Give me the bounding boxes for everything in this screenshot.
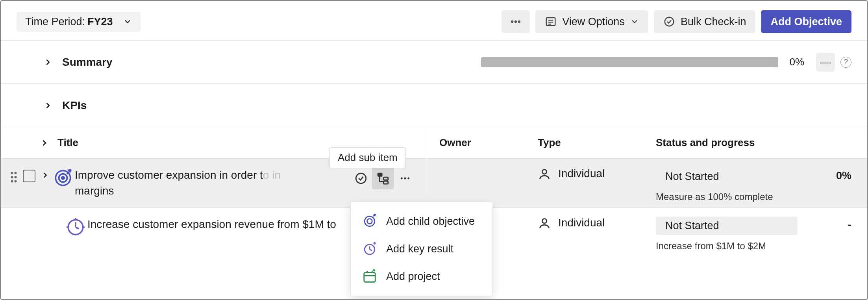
status-badge[interactable]: Not Started — [656, 217, 798, 235]
svg-point-7 — [665, 17, 674, 26]
list-icon — [545, 16, 557, 28]
person-icon — [538, 167, 551, 181]
add-objective-label: Add Objective — [770, 16, 842, 28]
column-status: Status and progress — [656, 137, 755, 148]
menu-add-project[interactable]: Add project — [351, 263, 492, 290]
key-result-icon — [64, 217, 87, 237]
svg-line-28 — [76, 227, 79, 229]
svg-point-32 — [542, 219, 546, 223]
collapse-progress-button[interactable]: — — [816, 53, 835, 72]
svg-point-13 — [15, 180, 17, 183]
status-cell: Not Started Measure as 100% complete 0% — [656, 159, 851, 207]
view-options-label: View Options — [562, 16, 625, 28]
type-label: Individual — [558, 217, 605, 229]
svg-point-33 — [365, 216, 374, 226]
status-subtext: Measure as 100% complete — [656, 191, 798, 202]
view-options-button[interactable]: View Options — [535, 10, 648, 33]
owner-cell — [439, 159, 538, 207]
summary-progress: 0% — ? — [481, 53, 851, 72]
summary-title: Summary — [62, 56, 113, 69]
svg-line-40 — [370, 250, 372, 251]
svg-point-1 — [515, 21, 517, 23]
chevron-right-icon[interactable] — [40, 101, 56, 110]
progress-value: 0% — [836, 167, 851, 182]
chevron-right-icon[interactable] — [40, 139, 49, 147]
svg-point-18 — [356, 173, 366, 183]
toolbar: Time Period: FY23 View Options Bulk Chec… — [1, 1, 867, 40]
svg-point-8 — [11, 172, 13, 174]
add-objective-button[interactable]: Add Objective — [761, 10, 851, 33]
menu-add-key-result[interactable]: Add key result — [351, 235, 492, 263]
objective-icon — [361, 214, 378, 229]
key-result-icon — [361, 241, 378, 256]
type-label: Individual — [558, 167, 605, 180]
svg-point-9 — [15, 172, 17, 174]
chevron-right-icon[interactable] — [40, 58, 56, 67]
objective-icon — [51, 167, 75, 188]
svg-rect-21 — [383, 181, 388, 184]
time-period-dropdown[interactable]: Time Period: FY23 — [17, 12, 141, 32]
kpis-title: KPIs — [62, 99, 87, 112]
project-icon — [361, 269, 378, 284]
status-subtext: Increase from $1M to $2M — [656, 241, 798, 252]
objective-row[interactable]: Improve customer expansion in order to i… — [1, 158, 867, 207]
more-actions-button[interactable] — [502, 10, 530, 33]
add s-menu: Add child objective Add key result Add p… — [350, 202, 493, 296]
svg-rect-20 — [383, 177, 388, 180]
minus-icon: — — [820, 56, 831, 69]
svg-point-12 — [11, 180, 13, 183]
person-icon — [538, 217, 551, 230]
svg-point-2 — [518, 21, 520, 23]
svg-point-23 — [404, 178, 406, 180]
svg-point-25 — [542, 170, 546, 174]
row-more-action[interactable] — [394, 167, 416, 189]
svg-point-22 — [401, 178, 403, 180]
svg-point-16 — [62, 177, 64, 179]
svg-rect-19 — [378, 173, 382, 176]
column-title: Title — [57, 137, 78, 149]
progress-percent: 0% — [789, 56, 804, 68]
progress-bar — [481, 57, 778, 67]
svg-point-24 — [407, 178, 409, 180]
help-icon[interactable]: ? — [840, 57, 851, 68]
kpis-section[interactable]: KPIs — [1, 83, 867, 127]
bulk-checkin-label: Bulk Check-in — [681, 16, 746, 28]
svg-point-34 — [367, 219, 372, 224]
svg-rect-43 — [364, 273, 376, 282]
row-checkbox[interactable] — [23, 170, 35, 182]
row-actions — [350, 167, 416, 189]
status-cell: Not Started Increase from $1M to $2M - — [656, 208, 851, 252]
checkin-action[interactable] — [350, 167, 372, 189]
status-badge[interactable]: Not Started — [656, 167, 798, 186]
type-cell: Individual — [538, 159, 656, 207]
bulk-checkin-button[interactable]: Bulk Check-in — [654, 10, 756, 33]
svg-point-10 — [11, 176, 13, 178]
column-owner: Owner — [439, 137, 471, 148]
add-sub-item-tooltip: Add sub item — [329, 147, 406, 168]
okr-page: Time Period: FY23 View Options Bulk Chec… — [0, 0, 868, 300]
chevron-down-icon — [630, 17, 639, 26]
type-cell: Individual — [538, 208, 656, 252]
drag-handle-icon[interactable] — [8, 167, 20, 183]
chevron-right-icon[interactable] — [39, 167, 51, 179]
time-period-label: Time Period: — [25, 16, 85, 28]
menu-add-child-objective[interactable]: Add child objective — [351, 207, 492, 235]
add-sub-item-action[interactable] — [372, 167, 394, 189]
chevron-down-icon — [123, 17, 132, 26]
svg-point-11 — [15, 176, 17, 178]
summary-section[interactable]: Summary 0% — ? — [1, 40, 867, 83]
checkin-icon — [663, 16, 675, 28]
time-period-value: FY23 — [87, 16, 113, 28]
column-header-row: Title Owner Type Status and progress — [1, 127, 867, 158]
svg-point-0 — [511, 21, 513, 23]
progress-value: - — [848, 217, 851, 231]
column-type: Type — [538, 137, 561, 148]
